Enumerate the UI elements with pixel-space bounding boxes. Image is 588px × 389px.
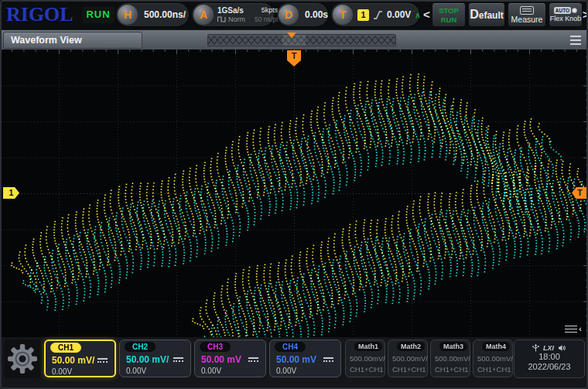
acquire-info: 1GSa/s 5kpts Norm 50 ns/pt [216,6,285,24]
record-overview-bar[interactable] [207,34,396,46]
sample-resolution: 50 ns/pt [255,15,278,24]
channel-scale: 50.00 mV/ [52,355,94,366]
rising-edge-icon [373,10,383,20]
display-menu-icon[interactable]: ‹ [565,325,582,333]
system-time: 18:00 [514,352,584,362]
gear-icon [5,342,39,376]
trigger-info: 1 0.00V ∧ [355,9,428,21]
dc-coupling-icon [173,357,183,362]
usb-icon [532,343,539,352]
run-label: RUN [441,15,457,24]
math-box-math3[interactable]: Math3 500.00mV/ CH1+CH1 [430,340,470,377]
horizontal-knob[interactable]: H [118,5,138,25]
stop-run-button[interactable]: STOP RUN [432,2,466,27]
delay-knob[interactable]: D [279,5,299,25]
trigger-settings[interactable]: T 1 0.00V ∧ [331,3,419,26]
default-button[interactable]: Default [468,2,505,27]
speaker-icon [558,344,566,352]
rigol-logo: RIGOL [6,4,79,26]
tab-waveform-view[interactable]: Waveform View [3,32,142,49]
channel-tab-label: CH3 [200,342,231,352]
channel-scale: 50.00 mV [201,354,241,365]
channel-scale: 50.00 mV [276,354,316,365]
math-expression: CH1+CH1 [392,365,426,374]
dc-coupling-icon [323,357,333,362]
dc-coupling-icon [248,357,258,362]
settings-gear-button[interactable] [4,340,41,378]
channel-offset: 0.00V [276,367,296,375]
acquire-mode: Norm [217,15,245,24]
math-tab-label: Math3 [439,342,467,351]
trigger-level-value: 0.00V [387,9,411,20]
measure-button[interactable]: Measure [508,2,546,27]
channel-box-ch4[interactable]: CH4 50.00 mV 0.00V [269,340,341,377]
channel-tab-label: CH4 [275,342,306,352]
view-tab-bar: Waveform View [0,29,588,49]
system-status-box[interactable]: LXI 18:00 2022/06/23 [514,340,585,378]
flex-knob-button[interactable]: AUTO Flex Knob [549,2,583,27]
channel-box-ch1[interactable]: CH1 50.00 mV/ 0.00V [44,340,116,377]
square-wave-icon [217,16,226,22]
channel-tab-label: CH1 [50,343,81,353]
channel-offset: 0.00V [201,367,221,375]
math-scale: 500.00mV/ [392,354,428,363]
waveform-display-area[interactable]: T 1 T ‹ [0,49,588,337]
channel-tab-label: CH2 [125,342,156,352]
math-box-math2[interactable]: Math2 500.00mV/ CH1+CH1 [388,340,428,377]
stop-label: STOP [439,6,459,15]
channel-box-ch2[interactable]: CH2 50.00 mV/ 0.00V [119,340,191,377]
top-status-bar: RIGOL RUN H 500.00ns/ A 1GSa/s 5kpts Nor… [0,0,588,29]
math-expression: CH1+CH1 [477,365,511,374]
math-expression: CH1+CH1 [350,365,384,374]
channel-status-bar: CH1 50.00 mV/ 0.00V CH2 50.00 mV/ 0.00V … [0,337,588,389]
expand-right-chevron[interactable]: > [583,8,588,21]
math-scale: 500.00mV/ [350,354,385,363]
horizontal-settings[interactable]: H 500.00ns/ [116,3,189,26]
trigger-position-pointer [287,32,296,38]
trigger-knob[interactable]: T [333,5,353,25]
math-scale: 500.00mV/ [435,354,470,363]
oscilloscope-screen: RIGOL RUN H 500.00ns/ A 1GSa/s 5kpts Nor… [0,0,588,389]
timebase-value: 500.00ns/ [140,9,193,20]
flex-knob-label: Flex Knob [550,15,582,23]
math-tab-label: Math1 [354,342,382,351]
dc-coupling-icon [97,358,108,363]
acquire-settings[interactable]: A 1GSa/s 5kpts Norm 50 ns/pt [192,3,274,26]
math-tab-label: Math2 [397,342,425,351]
view-list-icon[interactable] [570,36,581,45]
measure-icon [520,6,534,15]
channel-offset: 0.00V [52,367,72,376]
memory-depth: 5kpts [255,6,278,15]
waveform-canvas[interactable] [0,49,588,337]
default-label: Default [470,10,504,20]
lxi-label: LXI [543,344,554,352]
collapse-left-chevron[interactable]: < [423,8,430,21]
math-box-math4[interactable]: Math4 500.00mV/ CH1+CH1 [473,340,513,377]
system-date: 2022/06/23 [514,362,584,372]
sample-rate: 1GSa/s [217,6,245,15]
channel-offset: 0.00V [126,367,146,375]
measure-label: Measure [511,15,543,24]
channel-box-ch3[interactable]: CH3 50.00 mV 0.00V [194,340,266,377]
math-expression: CH1+CH1 [435,365,469,374]
acquire-knob[interactable]: A [193,5,214,25]
trigger-mode-symbol: ∧ [415,11,420,19]
run-status-badge[interactable]: RUN [82,6,115,23]
delay-settings[interactable]: D 0.00s [277,3,328,26]
math-scale: 500.00mV/ [477,354,513,363]
math-box-math1[interactable]: Math1 500.00mV/ CH1+CH1 [345,340,385,377]
channel-scale: 50.00 mV/ [126,354,169,365]
trigger-source-badge: 1 [357,9,369,21]
math-tab-label: Math4 [482,342,510,351]
auto-knob-icon: AUTO [554,6,577,14]
